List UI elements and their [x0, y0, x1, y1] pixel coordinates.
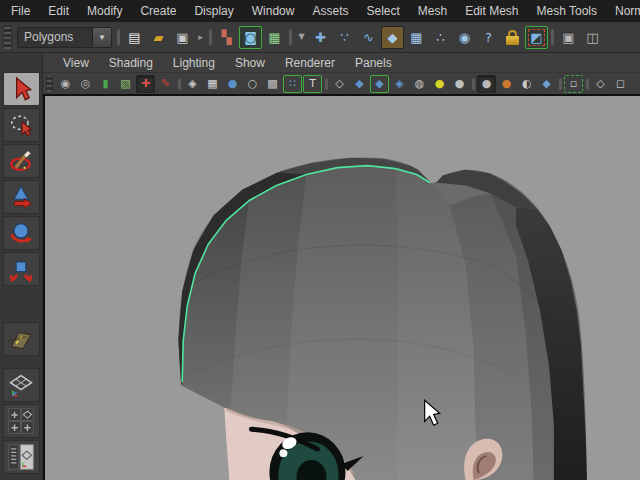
panel-menu-show[interactable]: Show	[225, 56, 275, 70]
select-by-component-button[interactable]: ▦	[263, 26, 286, 49]
menu-modify[interactable]: Modify	[78, 4, 131, 18]
menu-edit-mesh[interactable]: Edit Mesh	[456, 4, 527, 18]
snap-grid-icon: ✚	[315, 31, 326, 44]
pan-zoom-2d-button[interactable]: ✚	[136, 75, 155, 93]
help-button[interactable]: ?	[477, 26, 500, 49]
lighting-default-button[interactable]: ●	[450, 75, 469, 93]
lock-selection-button[interactable]	[501, 26, 524, 49]
panel-menu-shading[interactable]: Shading	[99, 56, 163, 70]
bookmarks-button[interactable]: ▮	[96, 75, 115, 93]
camera-attributes-button[interactable]: ◎	[76, 75, 95, 93]
scale-tool-button[interactable]	[3, 252, 40, 286]
menu-select[interactable]: Select	[357, 4, 408, 18]
wireframe-mode-button[interactable]: ◇	[330, 75, 349, 93]
ambient-occlusion-button[interactable]: ●	[497, 75, 516, 93]
film-strip-icon: ▦	[207, 78, 217, 89]
toolbar-separator[interactable]	[176, 76, 182, 92]
render-connections-button[interactable]: ▣	[557, 26, 580, 49]
status-line-grip[interactable]	[3, 25, 12, 49]
menu-edit[interactable]: Edit	[39, 4, 78, 18]
grease-pencil-button[interactable]: ✎	[156, 75, 175, 93]
book-icon: ▮	[102, 78, 108, 89]
snap-to-curves-button[interactable]: ∿	[357, 26, 380, 49]
menu-mesh[interactable]: Mesh	[409, 4, 456, 18]
outliner-persp-layout-button[interactable]	[3, 440, 40, 474]
menu-display[interactable]: Display	[185, 4, 242, 18]
menu-window[interactable]: Window	[243, 4, 304, 18]
chevron-down-icon[interactable]: ▼	[92, 28, 111, 47]
frame-text-button[interactable]: T	[303, 75, 322, 93]
move-tool-button[interactable]	[3, 180, 40, 214]
toolbar-separator[interactable]	[584, 76, 590, 92]
select-camera-button[interactable]: ◉	[56, 75, 75, 93]
x-ray-button[interactable]: ◇	[591, 75, 610, 93]
resolution-gate-button[interactable]: ▦	[203, 75, 222, 93]
safe-title-button[interactable]: ∷	[283, 75, 302, 93]
field-chart-button[interactable]: ○	[243, 75, 262, 93]
single-pane-layout-button[interactable]	[3, 368, 40, 402]
lighting-all-button[interactable]: ●	[430, 75, 449, 93]
textured-mode-button[interactable]: ◆	[370, 75, 389, 93]
highlight-selection-button[interactable]: ◩	[525, 26, 548, 49]
select-by-hierarchy-button[interactable]: ▚	[215, 26, 238, 49]
toolbar-separator[interactable]	[115, 25, 122, 49]
menu-create[interactable]: Create	[131, 4, 185, 18]
panel-menu-lighting[interactable]: Lighting	[163, 56, 225, 70]
select-by-object-button[interactable]: ◙	[239, 26, 262, 49]
collapse-snap-section-button[interactable]: ▼	[295, 26, 308, 49]
isolate-select-button[interactable]: ▫	[564, 75, 583, 93]
output-connections-button[interactable]: ◉	[453, 26, 476, 49]
image-plane-button[interactable]: ▧	[116, 75, 135, 93]
perspective-viewport[interactable]	[43, 94, 640, 480]
panel-menu-panels[interactable]: Panels	[345, 56, 402, 70]
panel-menu-renderer[interactable]: Renderer	[275, 56, 345, 70]
truncated-edge-button[interactable]: ◻	[611, 75, 630, 93]
open-scene-button[interactable]: ▰	[147, 26, 170, 49]
paint-selection-tool-button[interactable]	[3, 144, 40, 178]
snap-to-grids-button[interactable]: ✚	[309, 26, 332, 49]
select-arrow-icon	[8, 76, 34, 102]
gate-mask-button[interactable]: ●	[223, 75, 242, 93]
menu-assets[interactable]: Assets	[303, 4, 357, 18]
image-icon: ▧	[120, 78, 130, 89]
sphere-icon: ●	[228, 78, 238, 89]
toolbar-separator[interactable]	[470, 76, 476, 92]
panel-menu-view[interactable]: View	[53, 56, 99, 70]
render-connections-icon: ▣	[562, 31, 574, 44]
toolbar-separator[interactable]	[287, 25, 294, 49]
menu-file[interactable]: File	[2, 4, 39, 18]
toolbar-separator[interactable]	[207, 25, 214, 49]
film-gate-button[interactable]: ◈	[183, 75, 202, 93]
last-tool-used-button[interactable]	[3, 322, 40, 356]
save-scene-button[interactable]: ▣	[171, 26, 194, 49]
toolbar-separator[interactable]	[557, 76, 563, 92]
truncated-edge-button[interactable]: ◫	[581, 26, 604, 49]
default-material-button[interactable]: ◍	[410, 75, 429, 93]
snap-to-points-button[interactable]: ∵	[333, 26, 356, 49]
make-live-button[interactable]: ▦	[405, 26, 428, 49]
yellow-light-icon: ●	[435, 78, 445, 89]
depth-of-field-button[interactable]: ◆	[537, 75, 556, 93]
move-cone-icon	[8, 184, 34, 210]
menu-normals[interactable]: Normals	[606, 4, 640, 18]
panel-toolbar-grip[interactable]	[46, 76, 53, 92]
four-pane-layout-button[interactable]	[3, 404, 40, 438]
new-scene-button[interactable]: ▤	[123, 26, 146, 49]
menu-set-selector[interactable]: Polygons ▼	[17, 27, 112, 48]
motion-blur-button[interactable]: ◐	[517, 75, 536, 93]
menu-mesh-tools[interactable]: Mesh Tools	[528, 4, 606, 18]
shadows-button[interactable]: ●	[477, 75, 496, 93]
safe-action-button[interactable]: ▩	[263, 75, 282, 93]
wireframe-on-shaded-button[interactable]: ◈	[390, 75, 409, 93]
toolbar-separator[interactable]	[549, 25, 556, 49]
rotate-tool-button[interactable]	[3, 216, 40, 250]
snap-to-view-planes-button[interactable]: ◆	[381, 26, 404, 49]
expand-toolbar-button[interactable]: ▸	[195, 26, 206, 49]
input-connections-button[interactable]: ∴	[429, 26, 452, 49]
lasso-tool-button[interactable]	[3, 108, 40, 142]
toolbar-separator[interactable]	[323, 76, 329, 92]
smooth-shade-button[interactable]: ◆	[350, 75, 369, 93]
select-tool-button[interactable]	[3, 72, 40, 106]
main-menu-bar: File Edit Modify Create Display Window A…	[0, 0, 640, 22]
snap-plane-icon: ◆	[388, 31, 398, 44]
